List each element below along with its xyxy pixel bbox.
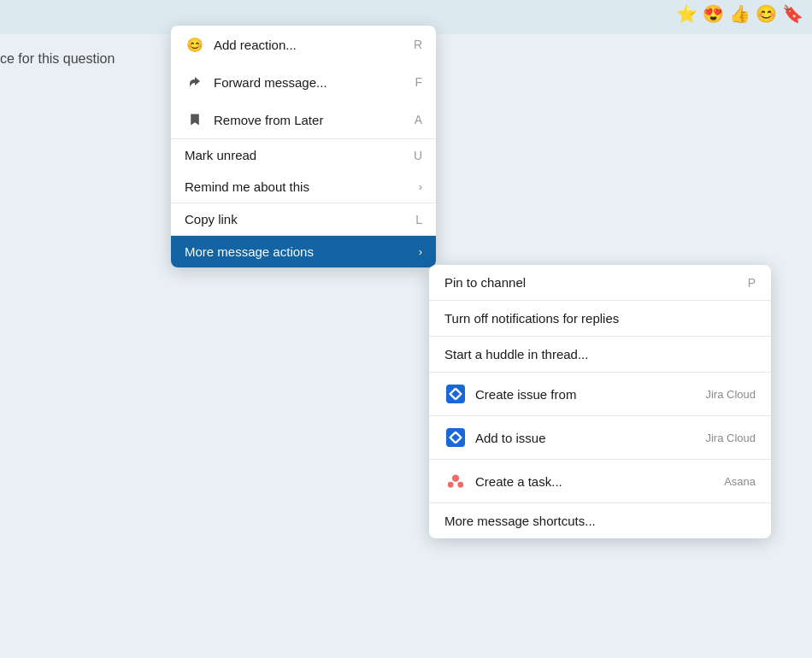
menu-section-4: More message actions › <box>171 236 436 267</box>
add-reaction-item[interactable]: 😊 Add reaction... R <box>171 26 436 63</box>
more-message-actions-item[interactable]: More message actions › <box>171 236 436 267</box>
emoji-grin[interactable]: 😊 <box>756 3 777 24</box>
svg-point-4 <box>458 482 464 488</box>
forward-message-shortcut: F <box>415 75 422 89</box>
copy-link-shortcut: L <box>415 213 422 226</box>
create-task-asana-app: Asana <box>724 475 756 488</box>
create-issue-jira-app: Jira Cloud <box>705 388 756 401</box>
emoji-smile[interactable]: 😍 <box>703 3 724 24</box>
more-shortcuts-label: More message shortcuts... <box>444 514 756 528</box>
remind-me-arrow: › <box>419 180 422 193</box>
forward-message-item[interactable]: Forward message... F <box>171 63 436 101</box>
turn-off-notifications-item[interactable]: Turn off notifications for replies <box>429 301 771 337</box>
add-to-issue-jira-app: Jira Cloud <box>705 432 756 444</box>
copy-link-item[interactable]: Copy link L <box>171 203 436 235</box>
asana-icon <box>444 470 467 492</box>
create-issue-jira-label: Create issue from <box>475 387 701 402</box>
mark-unread-shortcut: U <box>414 149 422 162</box>
svg-rect-1 <box>446 428 465 447</box>
pin-to-channel-label: Pin to channel <box>444 275 748 290</box>
create-task-asana-item[interactable]: Create a task... Asana <box>429 460 771 503</box>
menu-section-3: Copy link L <box>171 203 436 236</box>
emoji-thumbsup[interactable]: 👍 <box>729 3 750 24</box>
menu-section-2: Mark unread U Remind me about this › <box>171 139 436 203</box>
reaction-icon: 😊 <box>185 34 205 55</box>
svg-point-3 <box>448 482 454 488</box>
add-to-issue-jira-item[interactable]: Add to issue Jira Cloud <box>429 416 771 460</box>
emoji-reaction-bar: ⭐ 😍 👍 😊 🔖 <box>676 3 803 24</box>
mark-unread-label: Mark unread <box>185 148 414 162</box>
background-text: ce for this question <box>0 51 115 67</box>
pin-to-channel-shortcut: P <box>748 276 756 290</box>
start-huddle-label: Start a huddle in thread... <box>444 347 756 361</box>
forward-message-label: Forward message... <box>214 75 415 90</box>
emoji-bookmark[interactable]: 🔖 <box>782 3 803 24</box>
jira-icon-1 <box>444 383 467 405</box>
remind-me-label: Remind me about this <box>185 179 415 194</box>
start-huddle-item[interactable]: Start a huddle in thread... <box>429 337 771 373</box>
jira-icon-2 <box>444 426 467 449</box>
more-message-actions-arrow: › <box>419 245 422 258</box>
create-issue-jira-item[interactable]: Create issue from Jira Cloud <box>429 373 771 416</box>
more-message-actions-label: More message actions <box>185 244 414 259</box>
pin-to-channel-item[interactable]: Pin to channel P <box>429 265 771 301</box>
create-task-asana-label: Create a task... <box>475 474 720 489</box>
add-reaction-shortcut: R <box>414 38 422 51</box>
svg-point-2 <box>452 475 459 482</box>
add-reaction-label: Add reaction... <box>214 38 414 52</box>
add-to-issue-jira-label: Add to issue <box>475 431 701 445</box>
mark-unread-item[interactable]: Mark unread U <box>171 139 436 171</box>
remove-from-later-label: Remove from Later <box>214 113 415 127</box>
emoji-star[interactable]: ⭐ <box>676 3 697 24</box>
context-menu: 😊 Add reaction... R Forward message... F… <box>171 26 436 267</box>
turn-off-notifications-label: Turn off notifications for replies <box>444 311 756 326</box>
more-shortcuts-item[interactable]: More message shortcuts... <box>429 503 771 538</box>
remind-me-item[interactable]: Remind me about this › <box>171 171 436 203</box>
remove-from-later-shortcut: A <box>415 113 422 126</box>
forward-icon <box>185 72 205 92</box>
menu-section-1: 😊 Add reaction... R Forward message... F… <box>171 26 436 139</box>
remove-from-later-item[interactable]: Remove from Later A <box>171 101 436 138</box>
bookmark-icon <box>185 109 205 130</box>
svg-rect-0 <box>446 385 465 403</box>
copy-link-label: Copy link <box>185 212 415 226</box>
submenu: Pin to channel P Turn off notifications … <box>429 265 771 538</box>
